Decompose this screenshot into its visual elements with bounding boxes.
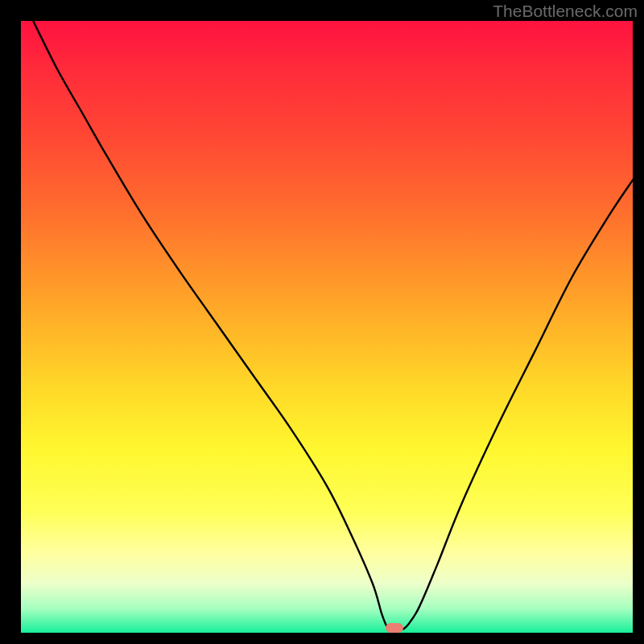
minimum-marker [386, 623, 403, 633]
chart-frame: TheBottleneck.com [0, 0, 644, 644]
bottleneck-curve [21, 21, 633, 633]
curve-path [33, 21, 633, 630]
plot-area [21, 21, 633, 633]
watermark-text: TheBottleneck.com [493, 2, 638, 21]
